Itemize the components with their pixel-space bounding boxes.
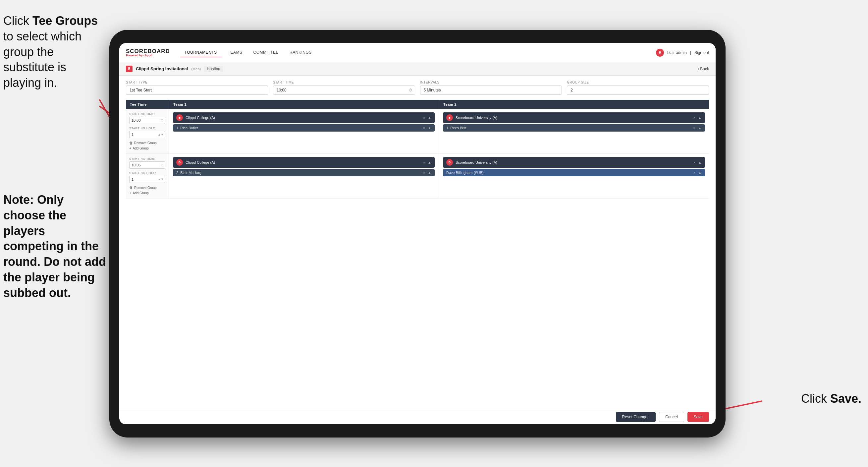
- team1-slot-2: B Clippd College (A) × ▲ 2. Blair McHarg: [169, 154, 439, 198]
- team1-card-2[interactable]: B Clippd College (A) × ▲: [173, 157, 435, 168]
- add-group-btn-2[interactable]: + Add Group: [129, 191, 165, 195]
- player2-chevron-2[interactable]: ▲: [698, 171, 702, 175]
- player1-card-1[interactable]: 1. Rich Butler × ▲: [173, 124, 435, 132]
- team2-close-1[interactable]: ×: [693, 116, 695, 120]
- player1-name-2: 2. Blair McHarg: [176, 171, 202, 175]
- admin-name: blair admin: [667, 50, 687, 55]
- team1-close-1[interactable]: ×: [423, 116, 425, 120]
- footer-bar: Reset Changes Cancel Save: [119, 409, 716, 424]
- tee-time-col-1: STARTING TIME: ⏱ STARTING HOLE: ▲▼ 🗑 Rem…: [126, 109, 169, 153]
- team1-badge-2: B: [176, 159, 183, 166]
- team2-chevron-2[interactable]: ▲: [698, 160, 702, 165]
- save-bold-label: Save.: [830, 392, 861, 405]
- group-size-label: Group Size: [567, 81, 709, 84]
- breadcrumb-title: Clippd Spring Invitational: [136, 66, 188, 71]
- remove-group-btn-2[interactable]: 🗑 Remove Group: [129, 185, 165, 189]
- starting-time-label-1: STARTING TIME:: [129, 112, 165, 116]
- player1-close-2[interactable]: ×: [423, 171, 425, 175]
- player2-card-1[interactable]: 1. Rees Britt × ▲: [443, 124, 705, 132]
- logo-scoreboard: SCOREBOARD: [126, 49, 170, 54]
- clock-icon: ⏱: [409, 88, 412, 92]
- player1-card-2[interactable]: 2. Blair McHarg × ▲: [173, 169, 435, 176]
- note-text: Note: Only choose the players competing …: [3, 192, 106, 301]
- tee-group-row-1: STARTING TIME: ⏱ STARTING HOLE: ▲▼ 🗑 Rem…: [126, 109, 709, 154]
- instruction-text: Click Tee Groups to select which group t…: [3, 13, 106, 91]
- plus-icon-1: +: [129, 146, 131, 150]
- start-type-select[interactable]: 1st Tee Start: [126, 86, 268, 95]
- team2-card-1[interactable]: B Scoreboard University (A) × ▲: [443, 112, 705, 123]
- nav-tournaments[interactable]: TOURNAMENTS: [180, 48, 222, 57]
- starting-time-input-2[interactable]: [129, 162, 165, 169]
- nav-rankings[interactable]: RANKINGS: [285, 48, 316, 57]
- reset-changes-button[interactable]: Reset Changes: [616, 412, 656, 422]
- player2-close-2[interactable]: ×: [693, 171, 695, 175]
- team2-slot-1: B Scoreboard University (A) × ▲ 1. Rees …: [439, 109, 709, 153]
- starting-time-input-1[interactable]: [129, 117, 165, 124]
- nav-teams[interactable]: TEAMS: [223, 48, 247, 57]
- team1-chevron-1[interactable]: ▲: [428, 116, 431, 120]
- th-tee-time: Tee Time: [126, 100, 169, 109]
- back-link[interactable]: ‹ Back: [698, 67, 709, 71]
- intervals-group: Intervals 5 Minutes: [420, 81, 562, 95]
- team1-close-2[interactable]: ×: [423, 160, 425, 165]
- tablet-screen: SCOREBOARD Powered by clippd TOURNAMENTS…: [119, 43, 716, 424]
- player1-close-1[interactable]: ×: [423, 126, 425, 130]
- nav-links: TOURNAMENTS TEAMS COMMITTEE RANKINGS: [180, 48, 656, 57]
- breadcrumb-icon: B: [126, 66, 132, 72]
- team1-slot-1: B Clippd College (A) × ▲ 1. Rich Butler: [169, 109, 439, 153]
- th-team1: Team 1: [169, 100, 439, 109]
- intervals-label: Intervals: [420, 81, 562, 84]
- player2-name-1: 1. Rees Britt: [446, 126, 466, 130]
- nav-right: B blair admin | Sign out: [656, 49, 709, 57]
- team1-name-1: Clippd College (A): [186, 116, 215, 120]
- player2-chevron-1[interactable]: ▲: [698, 126, 702, 130]
- add-group-btn-1[interactable]: + Add Group: [129, 146, 165, 150]
- team2-close-2[interactable]: ×: [693, 160, 695, 165]
- tee-group-row-2: STARTING TIME: ⏱ STARTING HOLE: ▲▼ 🗑 Rem…: [126, 154, 709, 199]
- tablet-device: SCOREBOARD Powered by clippd TOURNAMENTS…: [109, 30, 725, 438]
- tee-groups-bold: Tee Groups: [32, 14, 98, 28]
- cancel-button[interactable]: Cancel: [659, 412, 684, 422]
- team1-badge-1: B: [176, 114, 183, 121]
- player1-chevron-2[interactable]: ▲: [428, 171, 431, 175]
- teams-col-1: B Clippd College (A) × ▲ 1. Rich Butler: [169, 109, 709, 153]
- starting-time-label-2: STARTING TIME:: [129, 157, 165, 160]
- start-time-input[interactable]: [273, 86, 415, 95]
- player1-name-1: 1. Rich Butler: [176, 126, 198, 130]
- start-type-label: Start Type: [126, 81, 268, 84]
- navbar: SCOREBOARD Powered by clippd TOURNAMENTS…: [119, 43, 716, 62]
- team2-chevron-1[interactable]: ▲: [698, 116, 702, 120]
- player1-chevron-1[interactable]: ▲: [428, 126, 431, 130]
- breadcrumb-left: B Clippd Spring Invitational (Men) Hosti…: [126, 66, 223, 72]
- start-options: Start Type 1st Tee Start Start Time ⏱: [126, 81, 709, 95]
- team1-card-1[interactable]: B Clippd College (A) × ▲: [173, 112, 435, 123]
- player2-card-2[interactable]: Dave Billingham (SUB) × ▲: [443, 169, 705, 176]
- main-content: Start Type 1st Tee Start Start Time ⏱: [119, 76, 716, 409]
- tee-actions-2: 🗑 Remove Group + Add Group: [129, 185, 165, 195]
- group-size-select[interactable]: 2: [567, 86, 709, 95]
- team2-name-1: Scoreboard University (A): [456, 116, 497, 120]
- logo-area: SCOREBOARD Powered by clippd: [126, 49, 170, 57]
- intervals-select[interactable]: 5 Minutes: [420, 86, 562, 95]
- plus-icon-2: +: [129, 191, 131, 195]
- save-button[interactable]: Save: [687, 412, 709, 422]
- team1-chevron-2[interactable]: ▲: [428, 160, 431, 165]
- team2-badge-2: B: [446, 159, 453, 166]
- team2-slot-2: B Scoreboard University (A) × ▲ Dave Bil…: [439, 154, 709, 198]
- player2-name-2: Dave Billingham (SUB): [446, 171, 483, 175]
- team2-badge-1: B: [446, 114, 453, 121]
- trash-icon-1: 🗑: [129, 141, 133, 145]
- admin-avatar: B: [656, 49, 664, 57]
- team2-name-2: Scoreboard University (A): [456, 160, 497, 165]
- team2-card-2[interactable]: B Scoreboard University (A) × ▲: [443, 157, 705, 168]
- start-time-group: Start Time ⏱: [273, 81, 415, 95]
- nav-committee[interactable]: COMMITTEE: [249, 48, 284, 57]
- group-size-group: Group Size 2: [567, 81, 709, 95]
- player2-close-1[interactable]: ×: [693, 126, 695, 130]
- sign-out-link[interactable]: Sign out: [694, 50, 709, 55]
- time-icon-2: ⏱: [161, 164, 164, 167]
- remove-group-btn-1[interactable]: 🗑 Remove Group: [129, 141, 165, 145]
- team1-name-2: Clippd College (A): [186, 160, 215, 165]
- tee-time-col-2: STARTING TIME: ⏱ STARTING HOLE: ▲▼ 🗑 Rem…: [126, 154, 169, 198]
- start-type-group: Start Type 1st Tee Start: [126, 81, 268, 95]
